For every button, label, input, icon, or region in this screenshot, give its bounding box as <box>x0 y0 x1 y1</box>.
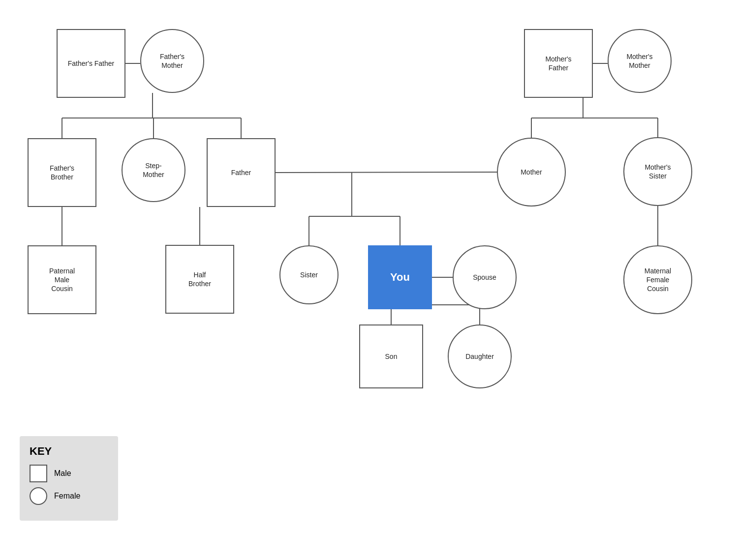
legend-male-label: Male <box>54 469 71 478</box>
node-fathers-mother: Father'sMother <box>140 29 204 93</box>
legend-female-icon <box>30 487 47 505</box>
legend-female-item: Female <box>30 487 108 505</box>
node-mother: Mother <box>497 138 566 206</box>
node-mothers-father: Mother'sFather <box>524 29 593 98</box>
node-maternal-female-cousin: MaternalFemaleCousin <box>623 245 692 314</box>
legend-male-item: Male <box>30 465 108 482</box>
node-fathers-brother: Father'sBrother <box>28 138 96 207</box>
node-son: Son <box>359 324 423 388</box>
node-father: Father <box>207 138 276 207</box>
node-stepmother: Step-Mother <box>122 138 185 202</box>
legend-female-label: Female <box>54 492 80 501</box>
node-spouse: Spouse <box>453 245 517 309</box>
node-half-brother: HalfBrother <box>165 245 234 314</box>
node-mothers-sister: Mother'sSister <box>623 137 692 206</box>
legend-male-icon <box>30 465 47 482</box>
node-paternal-male-cousin: PaternalMaleCousin <box>28 245 96 314</box>
svg-line-11 <box>276 172 497 173</box>
legend-title: KEY <box>30 445 108 458</box>
legend-box: KEY Male Female <box>20 436 118 521</box>
node-fathers-father: Father's Father <box>57 29 125 98</box>
family-tree-diagram: Father's Father Father'sMother Mother'sF… <box>0 0 738 560</box>
node-mothers-mother: Mother'sMother <box>608 29 672 93</box>
node-sister: Sister <box>279 245 338 304</box>
node-daughter: Daughter <box>448 324 512 388</box>
node-you: You <box>368 245 432 309</box>
